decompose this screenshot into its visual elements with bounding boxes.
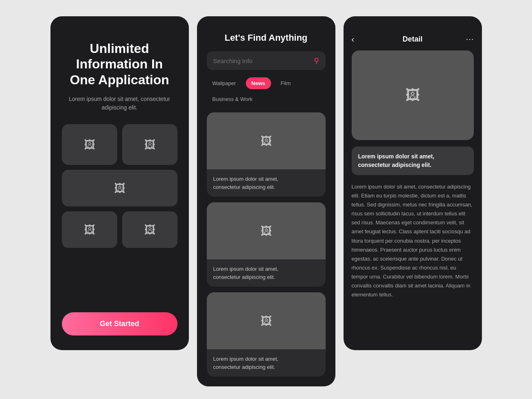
screen-search: Let's Find Anything ⚲ Wallpaper News Fil… [197, 16, 335, 386]
search-icon[interactable]: ⚲ [314, 56, 319, 65]
card-image-3: 🖼 [207, 292, 326, 349]
grid-row-1: 🖼 🖼 [62, 124, 177, 165]
detail-header: ‹ Detail ⋯ [344, 16, 482, 50]
grid-card-5: 🖼 [122, 211, 177, 248]
card-text-2: Lorem ipsum dolor sit amet,consectetur a… [207, 259, 326, 287]
placeholder-icon-3: 🖼 [114, 182, 125, 195]
search-bar: ⚲ [207, 51, 326, 70]
search-input[interactable] [213, 57, 310, 64]
image-grid: 🖼 🖼 🖼 🖼 🖼 [62, 124, 177, 248]
placeholder-icon-4: 🖼 [84, 223, 95, 237]
detail-caption: Lorem ipsum dolor sit amet, consectetur … [352, 147, 474, 175]
filter-business[interactable]: Business & Work [207, 93, 258, 105]
detail-title: Detail [403, 35, 423, 44]
back-button[interactable]: ‹ [352, 35, 366, 44]
placeholder-icon-2: 🖼 [144, 138, 155, 151]
card-placeholder-icon-1: 🖼 [261, 134, 272, 148]
content-card-3[interactable]: 🖼 Lorem ipsum dolor sit amet,consectetur… [207, 292, 326, 377]
screens-container: Unlimited Information In One Application… [50, 16, 482, 386]
card-text-3: Lorem ipsum dolor sit amet,consectetur a… [207, 349, 326, 377]
grid-card-2: 🖼 [122, 124, 177, 165]
card-placeholder-icon-2: 🖼 [261, 224, 272, 238]
onboarding-headline: Unlimited Information In One Application [62, 41, 177, 88]
screen-onboarding: Unlimited Information In One Application… [50, 16, 189, 350]
filter-wallpaper[interactable]: Wallpaper [207, 77, 242, 89]
screen-detail: ‹ Detail ⋯ 🖼 Lorem ipsum dolor sit amet,… [344, 16, 482, 350]
content-card-1[interactable]: 🖼 Lorem ipsum dolor sit amet,consectetur… [207, 112, 326, 197]
search-screen-title: Let's Find Anything [207, 33, 326, 43]
grid-card-4: 🖼 [62, 211, 117, 248]
card-image-1: 🖼 [207, 112, 326, 169]
card-text-1: Lorem ipsum dolor sit amet,consectetur a… [207, 169, 326, 197]
get-started-button[interactable]: Get Started [62, 312, 177, 335]
onboarding-subtitle: Lorem ipsum dolor sit amet, consectetur … [62, 95, 177, 112]
content-card-2[interactable]: 🖼 Lorem ipsum dolor sit amet,consectetur… [207, 202, 326, 287]
placeholder-icon-1: 🖼 [84, 138, 95, 151]
more-options-button[interactable]: ⋯ [459, 34, 474, 44]
filter-film[interactable]: Film [275, 77, 297, 89]
placeholder-icon-5: 🖼 [144, 223, 155, 237]
grid-row-3: 🖼 🖼 [62, 211, 177, 248]
content-cards: 🖼 Lorem ipsum dolor sit amet,consectetur… [207, 112, 326, 377]
detail-body-text: Lorem ipsum dolor sit amet, consectetur … [352, 182, 474, 299]
grid-row-2: 🖼 [62, 170, 177, 206]
detail-hero-image: 🖼 [352, 50, 474, 140]
filter-tabs: Wallpaper News Film Business & Work [207, 77, 326, 105]
grid-card-3: 🖼 [62, 170, 177, 206]
card-placeholder-icon-3: 🖼 [261, 314, 272, 328]
detail-hero-placeholder-icon: 🖼 [405, 87, 420, 104]
grid-card-1: 🖼 [62, 124, 117, 165]
filter-news[interactable]: News [246, 77, 271, 89]
card-image-2: 🖼 [207, 202, 326, 259]
